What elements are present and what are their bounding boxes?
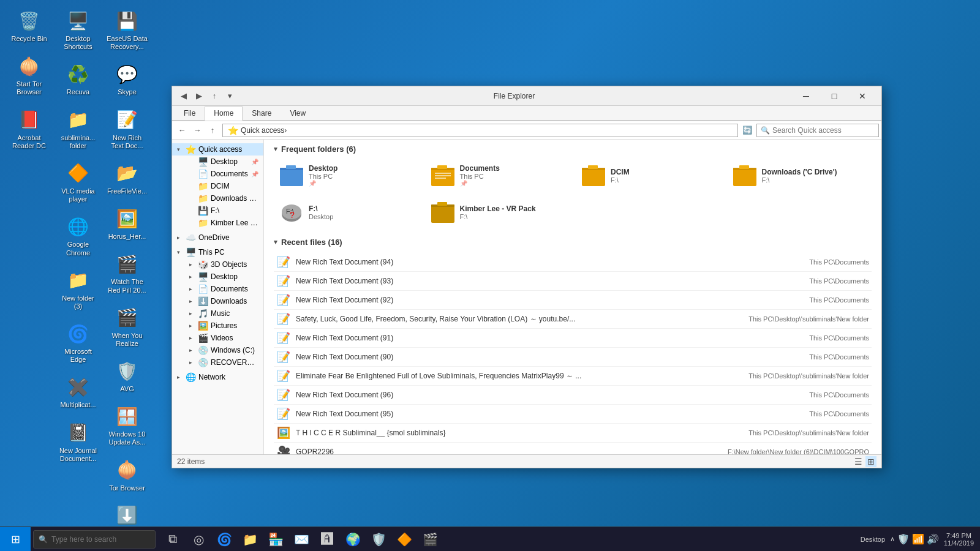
recent-file-row[interactable]: 📝 New Rich Text Document (94) This PC\Do… [274,253,872,272]
new-rich-text-icon[interactable]: 📝 New Rich Text Doc... [104,105,150,152]
skype-icon[interactable]: 💬 Skype [104,59,150,99]
recent-locations-button[interactable]: ▾ [223,89,236,103]
recent-file-row[interactable]: 📝 Safety, Luck, Good Life, Freedom, Secu… [274,310,872,329]
search-input[interactable] [772,126,864,135]
start-button[interactable]: ⊞ [0,527,31,552]
windows-update-icon[interactable]: 🪟 Windows 10 Update As... [104,402,150,449]
sidebar-item-onedrive[interactable]: ▸ ☁️ OneDrive [172,231,263,244]
sidebar-item-dcim[interactable]: 📁 DCIM [184,180,263,192]
sidebar-item-3d-objects[interactable]: ▸ 🎲 3D Objects [184,258,263,271]
watch-red-pill-icon[interactable]: 🎬 Watch The Red Pill 20... [104,249,150,296]
start-tor-icon[interactable]: 🧅 Start Tor Browser [6,51,52,99]
tab-share[interactable]: Share [243,106,281,120]
taskbar-store-button[interactable]: 🏪 [263,527,288,552]
recent-file-row[interactable]: 📝 New Rich Text Document (93) This PC\Do… [274,272,872,291]
sidebar-item-desktop[interactable]: 🖥️ Desktop 📌 [184,156,263,168]
volume-icon[interactable]: 🔊 [927,533,939,545]
nav-back-button[interactable]: ◀ [177,89,190,103]
sidebar-item-pictures[interactable]: ▸ 🖼️ Pictures [184,320,263,332]
title-bar-nav: ◀ ▶ ↑ ▾ [177,89,236,103]
sidebar-item-kimber-lee[interactable]: 📁 Kimber Lee - VR Pac... [184,217,263,229]
recent-file-row[interactable]: 📝 New Rich Text Document (96) This PC\Do… [274,386,872,405]
folder-item-documents[interactable]: Documents This PC 📌 [425,160,570,191]
systray-expand-icon[interactable]: ∧ [890,535,895,543]
view-large-icon-button[interactable]: ⊞ [865,456,876,467]
addr-back-button[interactable]: ← [175,123,189,138]
minimize-button[interactable]: ─ [792,86,820,106]
nav-forward-button[interactable]: ▶ [192,89,206,103]
recent-file-row[interactable]: 📝 New Rich Text Document (90) This PC\Do… [274,348,872,367]
recent-file-row[interactable]: 🖼️ T H I C C E R Subliminal__ {smol subl… [274,424,872,443]
svg-rect-5 [437,165,447,169]
folder-item-f-drive[interactable]: F:\ ? F:\ Desktop [274,197,419,228]
taskbar-edge-button[interactable]: 🌀 [212,527,236,552]
sidebar-item-quick-access[interactable]: ▾ ⭐ Quick access [172,143,263,156]
desktop-icons-col3: 💾 EaseUS Data Recovery... 💬 Skype 📝 New … [104,6,153,540]
desktop-shortcuts-icon[interactable]: 🖥️ Desktop Shortcuts [55,6,101,53]
taskbar-search-input[interactable] [51,535,143,544]
tor-browser-icon[interactable]: 🧅 Tor Browser [104,455,150,495]
ms-edge-icon[interactable]: 🌀 Microsoft Edge [55,319,101,366]
sidebar-item-documents[interactable]: 📄 Documents 📌 [184,168,263,180]
when-you-realize-icon[interactable]: 🎬 When You Realize [104,303,150,350]
acrobat-icon[interactable]: 📕 Acrobat Reader DC [6,105,52,152]
taskbar-file-explorer-button[interactable]: 📁 [238,527,262,552]
taskbar-filmstrip-button[interactable]: 🎬 [418,527,442,552]
new-journal-icon[interactable]: 📓 New Journal Document... [55,418,101,465]
multiplication-icon[interactable]: ✖️ Multiplicat... [55,372,101,411]
sidebar-item-downloads-c[interactable]: 📁 Downloads ('C Drive [184,192,263,204]
recycle-bin-icon[interactable]: 🗑️ Recycle Bin [6,6,52,45]
tab-home[interactable]: Home [205,106,243,121]
nav-up-button[interactable]: ↑ [208,89,221,103]
vlc-icon[interactable]: 🔶 VLC media player [55,159,101,206]
taskbar-clock[interactable]: 7:49 PM 11/4/2019 [944,532,974,547]
recent-file-row[interactable]: 📝 Eliminate Fear Be Enlightened Full of … [274,367,872,386]
recuva-icon[interactable]: ♻️ Recuva [55,59,101,99]
desktop-button[interactable]: Desktop [861,536,885,543]
taskbar-vlc-button[interactable]: 🔶 [392,527,417,552]
sidebar-item-network[interactable]: ▸ 🌐 Network [172,371,263,383]
easeus-icon[interactable]: 💾 EaseUS Data Recovery... [104,6,150,53]
address-input[interactable]: ⭐ Quick access › [222,124,738,137]
folder-item-kimber-vr[interactable]: Kimber Lee - VR Pack F:\ [425,197,570,228]
sidebar-item-windows-c[interactable]: ▸ 💿 Windows (C:) [184,344,263,356]
sidebar-item-music[interactable]: ▸ 🎵 Music [184,307,263,320]
taskbar-cortana-button[interactable]: ◎ [186,527,211,552]
freefilev-icon[interactable]: 📂 FreeFileVie... [104,159,150,198]
sidebar-item-this-pc[interactable]: ▾ 🖥️ This PC [172,246,263,258]
recent-file-row[interactable]: 📝 New Rich Text Document (92) This PC\Do… [274,291,872,310]
new-folder-icon[interactable]: 📁 New folder (3) [55,266,101,313]
sidebar-item-f-drive[interactable]: 💾 F:\ [184,204,263,217]
recent-file-row[interactable]: 📝 New Rich Text Document (91) This PC\Do… [274,329,872,348]
folder-item-downloads-c[interactable]: Downloads ('C Drive') F:\ [727,160,872,191]
maximize-button[interactable]: □ [820,86,848,106]
recent-files-header[interactable]: ▾ Recent files (16) [274,238,872,247]
close-button[interactable]: ✕ [848,86,876,106]
taskbar-mail-button[interactable]: ✉️ [289,527,314,552]
view-details-button[interactable]: ☰ [853,456,864,467]
taskbar-task-view-button[interactable]: ⧉ [160,527,185,552]
addr-up-button[interactable]: ↑ [205,123,220,138]
sidebar-item-videos[interactable]: ▸ 🎬 Videos [184,332,263,344]
folder-item-dcim[interactable]: DCIM F:\ [576,160,721,191]
file-name: Safety, Luck, Good Life, Freedom, Securi… [296,314,650,324]
taskbar-tor-button[interactable]: 🛡️ [366,527,391,552]
sidebar-item-recovery-d[interactable]: ▸ 💿 RECOVERY (D:) [184,356,263,369]
horus-her-icon[interactable]: 🖼️ Horus_Her... [104,204,150,243]
refresh-button[interactable]: 🔄 [741,124,754,137]
sidebar-item-downloads-pc[interactable]: ▸ ⬇️ Downloads [184,295,263,307]
sidebar-item-documents-pc[interactable]: ▸ 📄 Documents [184,283,263,295]
google-chrome-icon[interactable]: 🌐 Google Chrome [55,212,101,259]
recent-file-row[interactable]: 📝 New Rich Text Document (95) This PC\Do… [274,405,872,424]
sidebar-item-desktop-pc[interactable]: ▸ 🖥️ Desktop [184,271,263,283]
taskbar-amazon-button[interactable]: 🅰 [315,527,339,552]
subliminal-folder-icon[interactable]: 📁 sublimina... folder [55,105,101,152]
recent-file-row[interactable]: 🎥 GOPR2296 F:\New folder\New folder (6)\… [274,443,872,454]
avg-icon[interactable]: 🛡️ AVG [104,356,150,395]
tab-view[interactable]: View [281,106,315,120]
folder-item-desktop[interactable]: Desktop This PC 📌 [274,160,419,191]
tab-file[interactable]: File [175,106,205,120]
frequent-folders-header[interactable]: ▾ Frequent folders (6) [274,144,872,154]
addr-forward-button[interactable]: → [190,123,205,138]
taskbar-tripadvisor-button[interactable]: 🌍 [341,527,365,552]
